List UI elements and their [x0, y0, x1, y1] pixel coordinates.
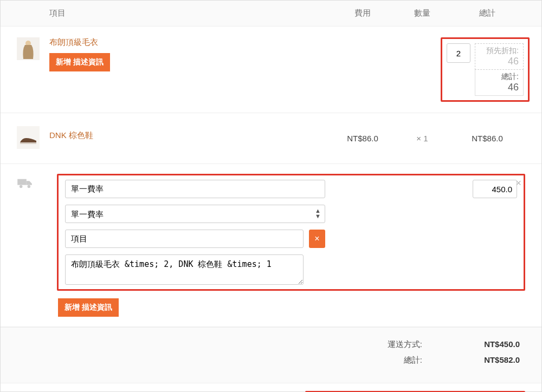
totals-grand-label: 總計:	[404, 355, 422, 365]
shipping-cost-input[interactable]	[473, 180, 517, 198]
close-icon[interactable]: ×	[515, 178, 521, 189]
header-cost: 費用	[330, 8, 395, 18]
add-description-button[interactable]: 新增 描述資訊	[58, 298, 119, 317]
pre-discount-box: 預先折扣: 46	[475, 43, 524, 70]
items-header-row: 項目 費用 數量 總計	[1, 1, 541, 26]
line-total-box: 總計: 46	[475, 70, 524, 96]
qty-total-highlight: 預先折扣: 46 總計: 46	[441, 37, 530, 102]
remove-meta-button[interactable]: ×	[309, 230, 325, 248]
pre-discount-value: 46	[480, 56, 519, 67]
action-bar: 新增商品 新增費用 新增運費 取消 儲存	[1, 383, 541, 392]
svg-rect-2	[17, 126, 40, 149]
shipping-method-select[interactable]: 單一費率	[65, 205, 325, 223]
header-total: 總計	[449, 8, 525, 18]
shoe-illustration-icon	[17, 126, 40, 149]
line-total-label: 總計:	[480, 72, 519, 82]
header-item: 項目	[49, 8, 330, 18]
shipping-edit-highlight: 單一費率 ▲▼ × ×	[57, 174, 525, 291]
order-items-panel: 項目 費用 數量 總計 布朗頂級毛衣 新增 描述資訊	[0, 0, 542, 392]
line-total: NT$86.0	[449, 134, 525, 143]
line-cost: NT$86.0	[330, 134, 395, 143]
product-name-link[interactable]: DNK 棕色鞋	[49, 130, 330, 141]
shipping-edit-row: 單一費率 ▲▼ × ×	[1, 164, 541, 296]
product-thumbnail	[17, 37, 40, 60]
svg-point-6	[28, 185, 31, 188]
pre-discount-label: 預先折扣:	[480, 46, 519, 56]
quantity-input[interactable]	[447, 43, 470, 63]
person-illustration-icon	[17, 37, 40, 60]
shipping-items-textarea[interactable]	[65, 254, 304, 285]
svg-rect-4	[17, 179, 27, 185]
add-description-button[interactable]: 新增 描述資訊	[49, 53, 110, 71]
product-thumbnail	[17, 126, 40, 149]
line-item-row: DNK 棕色鞋 NT$86.0 × 1 NT$86.0	[1, 113, 541, 164]
totals-grand-value: NT$582.0	[455, 355, 520, 364]
shipping-item-label-input[interactable]	[65, 230, 304, 248]
totals-section: 運送方式: NT$450.0 總計: NT$582.0	[1, 327, 541, 383]
line-qty: × 1	[395, 134, 449, 143]
header-qty: 數量	[395, 8, 449, 18]
svg-point-5	[20, 185, 23, 188]
shipping-name-input[interactable]	[65, 180, 325, 198]
totals-shipping-value: NT$450.0	[455, 339, 520, 349]
product-name-link[interactable]: 布朗頂級毛衣	[49, 37, 330, 48]
line-total-value: 46	[480, 82, 519, 93]
shipping-desc-row: 新增 描述資訊	[1, 296, 541, 327]
line-item-row: 布朗頂級毛衣 新增 描述資訊 預先折扣: 46 總計: 46	[1, 26, 541, 113]
totals-shipping-label: 運送方式:	[388, 339, 422, 350]
svg-rect-3	[20, 142, 36, 144]
truck-icon	[17, 177, 33, 189]
